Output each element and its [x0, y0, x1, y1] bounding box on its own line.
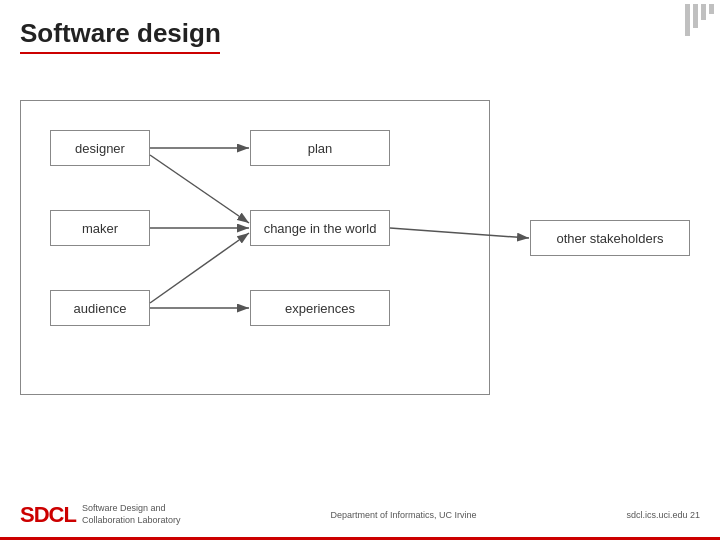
footer-center: Department of Informatics, UC Irvine [330, 510, 476, 520]
diagram-area: designer maker audience plan change in t… [20, 90, 700, 420]
maker-label: maker [82, 221, 118, 236]
corner-decoration [679, 0, 720, 40]
box-change: change in the world [250, 210, 390, 246]
plan-label: plan [308, 141, 333, 156]
box-designer: designer [50, 130, 150, 166]
org-line1: Software Design and [82, 503, 181, 515]
page-title: Software design [20, 18, 221, 49]
box-plan: plan [250, 130, 390, 166]
footer-right: sdcl.ics.uci.edu 21 [626, 510, 700, 520]
box-experiences: experiences [250, 290, 390, 326]
org-line2: Collaboration Laboratory [82, 515, 181, 527]
experiences-label: experiences [285, 301, 355, 316]
footer: SDCL Software Design and Collaboration L… [0, 502, 720, 528]
box-audience: audience [50, 290, 150, 326]
stakeholders-label: other stakeholders [557, 231, 664, 246]
title-underline [20, 52, 220, 54]
audience-label: audience [74, 301, 127, 316]
sdcl-logo: SDCL [20, 502, 76, 528]
box-maker: maker [50, 210, 150, 246]
footer-left: SDCL Software Design and Collaboration L… [20, 502, 180, 528]
designer-label: designer [75, 141, 125, 156]
sdcl-text: Software Design and Collaboration Labora… [82, 503, 181, 526]
change-label: change in the world [264, 221, 377, 236]
box-stakeholders: other stakeholders [530, 220, 690, 256]
